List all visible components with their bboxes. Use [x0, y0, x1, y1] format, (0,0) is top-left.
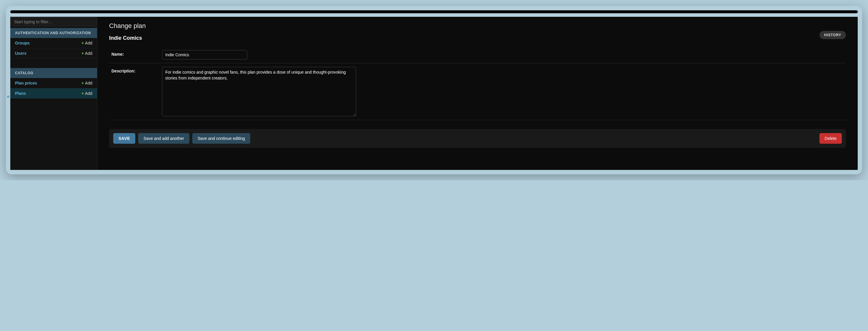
save-button[interactable]: SAVE — [113, 133, 135, 144]
description-textarea[interactable]: For indie comics and graphic novel fans,… — [162, 67, 356, 116]
object-name: Indie Comics — [109, 35, 846, 41]
nav-link-users[interactable]: Users — [15, 51, 27, 56]
nav-link-plans[interactable]: Plans — [15, 91, 26, 96]
sidebar-item-plans[interactable]: Plans + Add — [10, 88, 97, 99]
delete-button[interactable]: Delete — [819, 133, 842, 144]
plus-icon: + — [82, 91, 84, 96]
add-group-link[interactable]: + Add — [82, 40, 92, 45]
description-label: Description: — [109, 67, 162, 73]
main-content: Change plan HISTORY Indie Comics Name: D… — [97, 17, 858, 170]
form-row-name: Name: — [109, 47, 846, 63]
nav-link-groups[interactable]: Groups — [15, 40, 30, 45]
section-gap — [10, 59, 97, 67]
form-row-description: Description: For indie comics and graphi… — [109, 63, 846, 120]
save-add-another-button[interactable]: Save and add another — [138, 133, 189, 144]
add-label: Add — [85, 40, 92, 45]
action-bar: SAVE Save and add another Save and conti… — [109, 129, 846, 148]
save-continue-button[interactable]: Save and continue editing — [192, 133, 250, 144]
sidebar-section-catalog[interactable]: CATALOG — [10, 68, 97, 78]
plus-icon: + — [82, 51, 84, 56]
sidebar-item-groups[interactable]: Groups + Add — [10, 38, 97, 48]
page-title: Change plan — [109, 22, 846, 30]
add-label: Add — [85, 51, 92, 56]
add-plan-price-link[interactable]: + Add — [82, 81, 92, 85]
sidebar: AUTHENTICATION AND AUTHORIZATION Groups … — [10, 17, 97, 170]
name-label: Name: — [109, 50, 162, 57]
app-container: « AUTHENTICATION AND AUTHORIZATION Group… — [10, 17, 858, 170]
nav-link-plan-prices[interactable]: Plan prices — [15, 81, 37, 85]
name-input[interactable] — [162, 50, 247, 59]
history-button[interactable]: HISTORY — [819, 31, 846, 39]
sidebar-item-plan-prices[interactable]: Plan prices + Add — [10, 78, 97, 88]
plus-icon: + — [82, 81, 84, 85]
plus-icon: + — [82, 40, 84, 45]
sidebar-filter-input[interactable] — [11, 17, 96, 26]
window-titlebar — [10, 10, 858, 13]
add-label: Add — [85, 91, 92, 96]
window-frame: « AUTHENTICATION AND AUTHORIZATION Group… — [6, 6, 862, 174]
sidebar-item-users[interactable]: Users + Add — [10, 48, 97, 59]
add-user-link[interactable]: + Add — [82, 51, 92, 56]
add-plan-link[interactable]: + Add — [82, 91, 92, 96]
sidebar-section-auth[interactable]: AUTHENTICATION AND AUTHORIZATION — [10, 28, 97, 38]
add-label: Add — [85, 81, 92, 85]
sidebar-collapse-icon[interactable]: « — [7, 93, 10, 100]
